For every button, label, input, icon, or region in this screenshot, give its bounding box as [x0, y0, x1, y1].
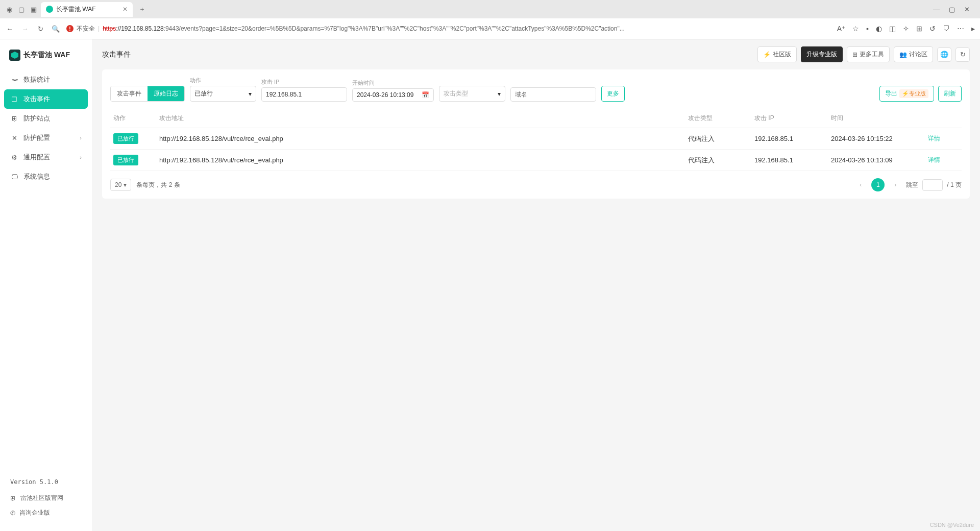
- pagination: 20 ▾ 条每页，共 2 条 ‹ 1 › 跳至 / 1 页: [110, 178, 962, 191]
- sidebar-item-sites[interactable]: ⛨ 防护站点: [4, 109, 88, 128]
- more-filters-button[interactable]: 更多: [601, 86, 625, 102]
- chevron-right-icon: ›: [80, 135, 82, 141]
- sidebar-item-general-config[interactable]: ⚙ 通用配置 ›: [4, 148, 88, 167]
- ip-input[interactable]: [261, 87, 347, 102]
- extension2-icon[interactable]: ◐: [876, 25, 882, 33]
- watermark: CSDN @Ve2dure: [930, 522, 974, 528]
- forward-icon[interactable]: →: [20, 25, 30, 33]
- action-select[interactable]: 已放行▾: [190, 86, 256, 102]
- browser-tab[interactable]: 长亭雷池 WAF ✕: [41, 2, 133, 17]
- shield-icon[interactable]: ⛉: [943, 25, 950, 33]
- tab-title: 长亭雷池 WAF: [56, 5, 96, 14]
- next-page-button[interactable]: ›: [889, 178, 902, 191]
- action-tag: 已放行: [113, 155, 138, 165]
- maximize-icon[interactable]: ▢: [949, 6, 955, 13]
- refresh-button[interactable]: 刷新: [938, 86, 962, 102]
- insecure-icon: !: [66, 25, 74, 32]
- forum-button[interactable]: 👥 讨论区: [894, 46, 933, 62]
- collections-icon[interactable]: ✧: [903, 25, 909, 33]
- close-window-icon[interactable]: ✕: [964, 6, 970, 13]
- footer-link-official[interactable]: ⛨ 雷池社区版官网: [10, 491, 82, 505]
- col-type: 攻击类型: [688, 114, 749, 123]
- chevron-down-icon: ▾: [124, 181, 127, 188]
- extensions-icon[interactable]: ⊞: [916, 25, 922, 33]
- tools-icon: ✕: [10, 134, 18, 142]
- start-time-input[interactable]: 2024-03-26 10:13:09 📅: [352, 88, 434, 102]
- more-tools-button[interactable]: ⊞ 更多工具: [847, 46, 890, 62]
- jump-label: 跳至: [906, 181, 918, 189]
- breadcrumb: 攻击事件: [102, 50, 131, 59]
- bolt-icon: ⚡: [763, 51, 771, 58]
- upgrade-button[interactable]: 升级专业版: [801, 46, 843, 62]
- sidebar-item-label: 通用配置: [23, 153, 50, 162]
- tab-bar: ◉ ▢ ▣ 长亭雷池 WAF ✕ ＋ — ▢ ✕: [0, 0, 980, 18]
- shield-small-icon: ⛨: [10, 495, 16, 502]
- grid-icon: ⊞: [852, 51, 857, 58]
- start-time-field: 开始时间 2024-03-26 10:13:09 📅: [352, 79, 434, 102]
- chevron-down-icon: ▾: [249, 90, 252, 98]
- profile-icon[interactable]: ◉: [4, 4, 14, 14]
- history-icon[interactable]: ↺: [929, 25, 936, 33]
- refresh-icon-button[interactable]: ↻: [955, 47, 970, 62]
- more-icon[interactable]: ⋯: [957, 25, 964, 33]
- prev-page-button[interactable]: ‹: [854, 178, 867, 191]
- sidebar: 长亭雷池 WAF ⫘ 数据统计 ☐ 攻击事件 ⛨ 防护站点 ✕ 防护配置 › ⚙…: [0, 39, 92, 531]
- col-time: 时间: [831, 114, 923, 123]
- sidebar-toggle-icon[interactable]: ▸: [971, 25, 975, 33]
- lang-button[interactable]: 🌐: [937, 47, 951, 62]
- sidebar-item-events[interactable]: ☐ 攻击事件: [4, 89, 88, 109]
- col-action: 动作: [113, 114, 154, 123]
- back-icon[interactable]: ←: [5, 25, 14, 33]
- address-bar[interactable]: ! 不安全 | https://192.168.85.128:9443/even…: [66, 25, 831, 33]
- detail-link[interactable]: 详情: [928, 135, 940, 142]
- cell-type: 代码注入: [688, 156, 749, 165]
- minimize-icon[interactable]: —: [933, 6, 940, 13]
- browser-chrome: ◉ ▢ ▣ 长亭雷池 WAF ✕ ＋ — ▢ ✕ ← → ↻ 🔍 ! 不安全 |…: [0, 0, 980, 39]
- main-content: 攻击事件 ⚡社区版 升级专业版 ⊞ 更多工具 👥 讨论区 🌐 ↻ 攻击事件 原始…: [92, 39, 980, 531]
- footer-link-enterprise[interactable]: ✆ 咨询企业版: [10, 505, 82, 520]
- domain-input[interactable]: [510, 87, 596, 102]
- attack-type-select[interactable]: 攻击类型▾: [439, 86, 505, 102]
- cell-url: http://192.168.85.128/vul/rce/rce_eval.p…: [159, 135, 683, 142]
- community-button[interactable]: ⚡社区版: [757, 46, 797, 62]
- export-button[interactable]: 导出 ⚡专业版: [879, 86, 934, 102]
- col-ip: 攻击 IP: [754, 114, 826, 123]
- detail-link[interactable]: 详情: [928, 156, 940, 163]
- sidebar-item-label: 数据统计: [23, 75, 50, 84]
- sidebar-item-system[interactable]: 🖵 系统信息: [4, 167, 88, 186]
- close-tab-icon[interactable]: ✕: [122, 6, 128, 13]
- cell-time: 2024-03-26 10:15:22: [831, 135, 923, 142]
- favorite-icon[interactable]: ☆: [852, 25, 859, 33]
- shield-outline-icon: ⛨: [10, 114, 18, 123]
- action-tag: 已放行: [113, 133, 138, 144]
- start-label: 开始时间: [352, 79, 434, 87]
- app-root: 长亭雷池 WAF ⫘ 数据统计 ☐ 攻击事件 ⛨ 防护站点 ✕ 防护配置 › ⚙…: [0, 39, 980, 531]
- sidebar-item-stats[interactable]: ⫘ 数据统计: [4, 70, 88, 89]
- cell-time: 2024-03-26 10:13:09: [831, 156, 923, 164]
- jump-input[interactable]: [922, 179, 943, 191]
- filters: 攻击事件 原始日志 动作 已放行▾ 攻击 IP 开始时间 2024-03-2: [110, 77, 962, 102]
- reload-icon[interactable]: ↻: [36, 25, 45, 33]
- page-1-button[interactable]: 1: [871, 178, 885, 191]
- toggle-raw-log[interactable]: 原始日志: [148, 86, 184, 101]
- extension1-icon[interactable]: ▪: [866, 25, 869, 33]
- new-tab-button[interactable]: ＋: [135, 5, 150, 14]
- split-icon[interactable]: ◫: [889, 25, 896, 33]
- ip-label: 攻击 IP: [261, 78, 347, 86]
- panel-icon[interactable]: ▣: [29, 4, 39, 14]
- workspace-icon[interactable]: ▢: [16, 4, 27, 14]
- sidebar-item-label: 系统信息: [23, 172, 50, 181]
- sidebar-item-protection-config[interactable]: ✕ 防护配置 ›: [4, 128, 88, 148]
- pro-badge: ⚡专业版: [899, 89, 928, 98]
- toggle-events[interactable]: 攻击事件: [111, 86, 148, 101]
- gear-icon: ⚙: [10, 153, 18, 161]
- action-label: 动作: [190, 77, 256, 84]
- page-size-select[interactable]: 20 ▾: [110, 179, 131, 191]
- sidebar-item-label: 攻击事件: [23, 94, 50, 104]
- pagination-summary: 条每页，共 2 条: [136, 181, 180, 189]
- search-icon[interactable]: 🔍: [51, 25, 60, 33]
- nav-actions: A⁺ ☆ ▪ ◐ ◫ ✧ ⊞ ↺ ⛉ ⋯ ▸: [837, 25, 975, 33]
- text-size-icon[interactable]: A⁺: [837, 25, 845, 33]
- brand-logo[interactable]: 长亭雷池 WAF: [4, 45, 88, 70]
- col-url: 攻击地址: [159, 114, 683, 123]
